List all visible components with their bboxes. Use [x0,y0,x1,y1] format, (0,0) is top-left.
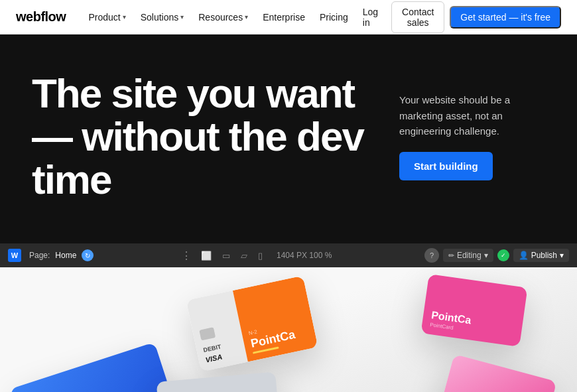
tablet-icon[interactable]: ▭ [219,249,233,263]
chevron-down-icon: ▾ [245,13,248,21]
login-link[interactable]: Log in [355,3,386,32]
nav-item-resources[interactable]: Resources ▾ [192,8,255,27]
nav-links: Product ▾ Solutions ▾ Resources ▾ Enterp… [82,8,354,27]
card-pink2: PointCa [438,354,556,392]
nav-item-solutions[interactable]: Solutions ▾ [134,8,191,27]
start-building-button[interactable]: Start building [399,152,493,180]
canvas-area: DEBIT VISA N-2 PointCa PointCa PointCard… [0,267,577,392]
chevron-down-icon: ▾ [180,13,184,21]
device-switcher: ⬜ ▭ ▱ ▯ [198,249,266,263]
hero-section: The site you want — without the dev time… [0,34,577,243]
nav-item-pricing[interactable]: Pricing [313,8,355,27]
card-gray: ointCa [157,372,282,392]
mobile-landscape-icon[interactable]: ▱ [237,249,251,263]
hero-subtitle: Your website should be a marketing asset… [399,92,545,139]
page-label: Page: [29,251,50,260]
mobile-portrait-icon[interactable]: ▯ [255,249,266,263]
card-pink: PointCa PointCard [420,274,527,347]
desktop-icon[interactable]: ⬜ [198,249,215,263]
chevron-down-icon: ▾ [123,13,126,21]
nav-right: Log in Contact sales Get started — it's … [355,1,561,33]
logo[interactable]: webflow [16,9,66,25]
hero-right: Your website should be a marketing asset… [399,92,545,180]
pen-icon: ✏ [448,251,454,260]
nav-item-enterprise[interactable]: Enterprise [256,8,312,27]
nav-item-product[interactable]: Product ▾ [82,8,132,27]
editor-right-controls: ? ✏ Editing ▾ ✓ 👤 Publish ▾ [424,248,569,263]
editing-mode[interactable]: ✏ Editing ▾ [443,249,493,262]
card-chip [199,327,216,340]
contact-sales-button[interactable]: Contact sales [391,1,444,33]
publish-button[interactable]: 👤 Publish ▾ [513,249,569,262]
refresh-icon[interactable]: ↻ [82,249,94,261]
editor-toolbar: W Page: Home ↻ ⋮ ⬜ ▭ ▱ ▯ 1404 PX 100 % ?… [0,243,577,267]
status-indicator: ✓ [497,249,509,261]
navbar: webflow Product ▾ Solutions ▾ Resources … [0,0,577,34]
help-icon[interactable]: ? [424,248,439,263]
cards-scene: DEBIT VISA N-2 PointCa PointCa PointCard… [0,267,577,392]
card-blue: N-4 ointCa [9,342,183,392]
chevron-down-icon: ▾ [484,251,488,260]
card-orange-white: DEBIT VISA N-2 PointCa [186,276,318,372]
hero-left: The site you want — without the dev time [32,72,373,201]
page-name[interactable]: Home [55,251,76,260]
canvas-content: DEBIT VISA N-2 PointCa PointCa PointCard… [0,267,577,392]
canvas-size: 1404 PX 100 % [277,251,332,260]
more-options-icon[interactable]: ⋮ [181,249,192,262]
get-started-button[interactable]: Get started — it's free [450,6,561,29]
hero-title: The site you want — without the dev time [32,72,373,201]
webflow-editor-logo: W [8,249,21,262]
chevron-down-icon: ▾ [560,251,564,260]
user-icon: 👤 [519,251,529,260]
